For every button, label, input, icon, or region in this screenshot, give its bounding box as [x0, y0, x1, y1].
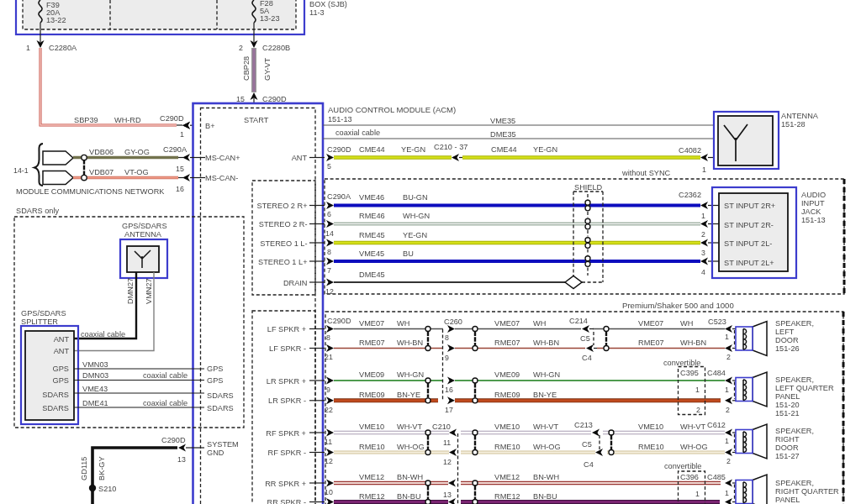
svg-text:21: 21: [325, 353, 333, 361]
svg-text:151-20: 151-20: [775, 401, 800, 409]
svg-text:12: 12: [325, 287, 334, 296]
svg-text:1: 1: [725, 333, 729, 341]
svg-text:BN-BU: BN-BU: [397, 492, 421, 501]
svg-text:WH: WH: [533, 319, 546, 328]
svg-text:VME09: VME09: [359, 370, 384, 379]
svg-text:17: 17: [445, 406, 453, 414]
svg-text:DOOR: DOOR: [775, 444, 799, 452]
svg-text:BN-BU: BN-BU: [533, 492, 557, 501]
svg-text:VME12: VME12: [359, 473, 384, 481]
svg-text:PANEL: PANEL: [775, 392, 800, 401]
svg-text:2: 2: [726, 457, 731, 465]
svg-text:WH-RD: WH-RD: [114, 116, 141, 124]
svg-text:BU-GN: BU-GN: [403, 193, 428, 202]
svg-text:Premium/Shaker 500 and 1000: Premium/Shaker 500 and 1000: [622, 301, 734, 310]
svg-text:9: 9: [326, 386, 330, 394]
svg-text:LR SPKR +: LR SPKR +: [267, 377, 306, 386]
svg-text:INPUT: INPUT: [801, 199, 825, 207]
svg-text:2: 2: [701, 230, 705, 239]
svg-text:151-27: 151-27: [775, 452, 800, 460]
svg-text:11-3: 11-3: [309, 8, 325, 17]
svg-text:VME07: VME07: [638, 319, 663, 328]
svg-text:1: 1: [701, 212, 705, 220]
svg-text:MODULE COMMUNICATIONS NETWORK: MODULE COMMUNICATIONS NETWORK: [16, 187, 165, 196]
svg-text:7: 7: [327, 266, 331, 275]
svg-text:VDB06: VDB06: [89, 148, 114, 156]
svg-text:WH-GN: WH-GN: [533, 370, 560, 379]
svg-text:VME45: VME45: [359, 249, 384, 258]
svg-text:DMN27: DMN27: [126, 278, 135, 304]
svg-text:GPS: GPS: [207, 365, 223, 373]
svg-text:DME35: DME35: [490, 130, 516, 139]
svg-text:YE-GN: YE-GN: [401, 145, 425, 154]
svg-text:CME44: CME44: [491, 145, 517, 154]
svg-text:12: 12: [443, 458, 452, 466]
svg-text:BU: BU: [403, 249, 414, 258]
svg-text:C5: C5: [580, 334, 590, 343]
svg-text:C210: C210: [432, 423, 451, 431]
svg-text:SPEAKER,: SPEAKER,: [775, 375, 814, 384]
svg-text:RF SPKR +: RF SPKR +: [266, 429, 306, 438]
svg-text:C260: C260: [444, 318, 462, 326]
svg-text:WH-BN: WH-BN: [397, 339, 423, 347]
svg-text:DME45: DME45: [359, 270, 385, 279]
svg-text:SBP39: SBP39: [74, 116, 98, 124]
svg-text:DRAIN: DRAIN: [283, 279, 308, 287]
svg-text:C213: C213: [574, 421, 593, 429]
svg-text:JACK: JACK: [801, 207, 821, 216]
svg-text:13-23: 13-23: [260, 14, 280, 23]
svg-text:8: 8: [326, 333, 330, 342]
svg-text:LEFT: LEFT: [775, 328, 795, 336]
svg-text:GPS: GPS: [53, 365, 69, 373]
svg-text:YE-GN: YE-GN: [533, 145, 557, 154]
svg-text:LF SPKR +: LF SPKR +: [267, 325, 306, 333]
svg-text:AUDIO: AUDIO: [801, 191, 826, 199]
svg-text:15: 15: [236, 95, 245, 103]
svg-text:151-28: 151-28: [781, 120, 806, 129]
svg-text:ANTENNA: ANTENNA: [781, 112, 819, 120]
svg-text:C290D: C290D: [327, 145, 351, 154]
svg-text:WH-BN: WH-BN: [533, 339, 559, 347]
svg-text:13: 13: [177, 455, 186, 464]
svg-text:C290D: C290D: [262, 95, 287, 103]
svg-text:GPS: GPS: [53, 376, 69, 385]
svg-text:RR SPKR -: RR SPKR -: [267, 498, 306, 504]
svg-text:VMN03: VMN03: [82, 360, 108, 369]
svg-text:C2280B: C2280B: [262, 44, 290, 52]
svg-text:151-13: 151-13: [801, 216, 826, 224]
svg-text:C290D: C290D: [160, 114, 184, 123]
svg-text:STEREO 2 R-: STEREO 2 R-: [259, 220, 308, 228]
svg-text:ST INPUT 2L-: ST INPUT 2L-: [724, 239, 772, 248]
svg-text:SPLITTER: SPLITTER: [21, 318, 58, 326]
svg-text:C523: C523: [708, 318, 726, 326]
svg-text:RME07: RME07: [359, 339, 385, 347]
svg-text:ANT: ANT: [292, 154, 308, 162]
svg-text:SPEAKER,: SPEAKER,: [775, 479, 814, 487]
svg-text:RME10: RME10: [638, 443, 664, 451]
svg-text:WH-VT: WH-VT: [680, 423, 705, 431]
svg-text:START: START: [244, 116, 269, 124]
svg-text:CME44: CME44: [359, 145, 385, 154]
svg-text:12: 12: [325, 457, 333, 465]
svg-text:RME12: RME12: [494, 492, 520, 501]
svg-text:coaxial cable: coaxial cable: [143, 399, 188, 407]
svg-text:WH-OG: WH-OG: [397, 443, 425, 451]
svg-text:VME07: VME07: [494, 319, 520, 328]
svg-text:convertible: convertible: [663, 359, 700, 367]
svg-text:1: 1: [695, 386, 700, 394]
svg-text:SHIELD: SHIELD: [574, 183, 603, 192]
svg-text:GPS/SDARS: GPS/SDARS: [122, 222, 167, 230]
svg-text:CBP28: CBP28: [242, 56, 251, 81]
svg-text:2: 2: [726, 406, 730, 414]
svg-text:16: 16: [176, 185, 184, 193]
svg-text:SPEAKER,: SPEAKER,: [775, 319, 814, 328]
svg-text:C396: C396: [680, 473, 699, 481]
svg-text:1: 1: [725, 437, 729, 445]
svg-text:convertible: convertible: [664, 462, 701, 470]
svg-text:VME09: VME09: [494, 370, 520, 379]
svg-text:2: 2: [696, 406, 700, 414]
svg-text:RME07: RME07: [494, 339, 520, 347]
svg-text:WH-GN: WH-GN: [397, 370, 424, 379]
svg-text:MS-CAN-: MS-CAN-: [205, 174, 238, 182]
svg-text:2: 2: [726, 353, 731, 361]
